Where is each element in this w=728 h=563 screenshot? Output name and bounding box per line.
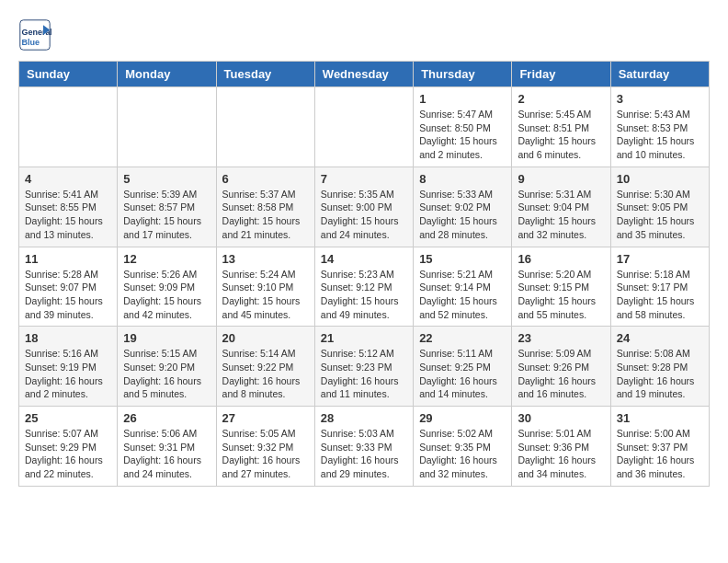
day-number: 21 <box>321 331 407 345</box>
calendar-cell: 31Sunrise: 5:00 AM Sunset: 9:37 PM Dayli… <box>610 407 709 487</box>
weekday-header-saturday: Saturday <box>610 62 709 87</box>
day-number: 31 <box>617 411 703 425</box>
calendar-table: SundayMondayTuesdayWednesdayThursdayFrid… <box>18 61 710 487</box>
day-info: Sunrise: 5:06 AM Sunset: 9:31 PM Dayligh… <box>123 427 210 481</box>
day-number: 29 <box>419 411 506 425</box>
day-number: 14 <box>321 252 407 266</box>
calendar-cell: 20Sunrise: 5:14 AM Sunset: 9:22 PM Dayli… <box>216 327 314 407</box>
day-info: Sunrise: 5:41 AM Sunset: 8:55 PM Dayligh… <box>25 188 111 242</box>
day-info: Sunrise: 5:14 AM Sunset: 9:22 PM Dayligh… <box>222 347 309 401</box>
calendar-cell: 18Sunrise: 5:16 AM Sunset: 9:19 PM Dayli… <box>19 327 118 407</box>
day-number: 1 <box>419 92 506 106</box>
day-number: 6 <box>222 172 309 186</box>
day-info: Sunrise: 5:30 AM Sunset: 9:05 PM Dayligh… <box>617 188 703 242</box>
calendar-cell <box>216 87 314 167</box>
day-number: 13 <box>222 252 309 266</box>
day-info: Sunrise: 5:33 AM Sunset: 9:02 PM Dayligh… <box>419 188 506 242</box>
day-number: 3 <box>617 92 703 106</box>
day-info: Sunrise: 5:20 AM Sunset: 9:15 PM Dayligh… <box>518 268 604 322</box>
day-info: Sunrise: 5:15 AM Sunset: 9:20 PM Dayligh… <box>123 347 210 401</box>
day-number: 10 <box>617 172 703 186</box>
day-number: 25 <box>25 411 111 425</box>
day-number: 11 <box>25 252 111 266</box>
day-number: 24 <box>617 331 703 345</box>
calendar-body: 1Sunrise: 5:47 AM Sunset: 8:50 PM Daylig… <box>19 87 710 487</box>
calendar-cell: 13Sunrise: 5:24 AM Sunset: 9:10 PM Dayli… <box>216 247 314 327</box>
calendar-cell: 10Sunrise: 5:30 AM Sunset: 9:05 PM Dayli… <box>610 167 709 247</box>
logo: General Blue <box>18 18 55 52</box>
calendar-cell: 21Sunrise: 5:12 AM Sunset: 9:23 PM Dayli… <box>314 327 413 407</box>
weekday-header-sunday: Sunday <box>19 62 118 87</box>
weekday-header-tuesday: Tuesday <box>216 62 314 87</box>
day-number: 30 <box>518 411 604 425</box>
day-info: Sunrise: 5:00 AM Sunset: 9:37 PM Dayligh… <box>617 427 703 481</box>
day-number: 18 <box>25 331 111 345</box>
day-number: 15 <box>419 252 506 266</box>
day-info: Sunrise: 5:05 AM Sunset: 9:32 PM Dayligh… <box>222 427 309 481</box>
day-number: 16 <box>518 252 604 266</box>
day-number: 22 <box>419 331 506 345</box>
day-number: 5 <box>123 172 210 186</box>
day-number: 23 <box>518 331 604 345</box>
calendar-cell: 22Sunrise: 5:11 AM Sunset: 9:25 PM Dayli… <box>414 327 512 407</box>
weekday-header-friday: Friday <box>512 62 610 87</box>
day-info: Sunrise: 5:35 AM Sunset: 9:00 PM Dayligh… <box>321 188 407 242</box>
day-info: Sunrise: 5:18 AM Sunset: 9:17 PM Dayligh… <box>617 268 703 322</box>
calendar-cell: 16Sunrise: 5:20 AM Sunset: 9:15 PM Dayli… <box>512 247 610 327</box>
calendar-week-2: 4Sunrise: 5:41 AM Sunset: 8:55 PM Daylig… <box>19 167 710 247</box>
day-info: Sunrise: 5:02 AM Sunset: 9:35 PM Dayligh… <box>419 427 506 481</box>
day-number: 28 <box>321 411 407 425</box>
weekday-header-thursday: Thursday <box>414 62 512 87</box>
calendar-week-3: 11Sunrise: 5:28 AM Sunset: 9:07 PM Dayli… <box>19 247 710 327</box>
calendar-cell: 26Sunrise: 5:06 AM Sunset: 9:31 PM Dayli… <box>118 407 216 487</box>
calendar-cell: 27Sunrise: 5:05 AM Sunset: 9:32 PM Dayli… <box>216 407 314 487</box>
calendar-cell: 12Sunrise: 5:26 AM Sunset: 9:09 PM Dayli… <box>118 247 216 327</box>
day-info: Sunrise: 5:28 AM Sunset: 9:07 PM Dayligh… <box>25 268 111 322</box>
day-info: Sunrise: 5:31 AM Sunset: 9:04 PM Dayligh… <box>518 188 604 242</box>
day-info: Sunrise: 5:43 AM Sunset: 8:53 PM Dayligh… <box>617 108 703 162</box>
day-number: 2 <box>518 92 604 106</box>
day-info: Sunrise: 5:08 AM Sunset: 9:28 PM Dayligh… <box>617 347 703 401</box>
calendar-cell: 3Sunrise: 5:43 AM Sunset: 8:53 PM Daylig… <box>610 87 709 167</box>
day-number: 20 <box>222 331 309 345</box>
calendar-cell: 24Sunrise: 5:08 AM Sunset: 9:28 PM Dayli… <box>610 327 709 407</box>
calendar-cell <box>118 87 216 167</box>
day-number: 17 <box>617 252 703 266</box>
day-info: Sunrise: 5:21 AM Sunset: 9:14 PM Dayligh… <box>419 268 506 322</box>
weekday-header-row: SundayMondayTuesdayWednesdayThursdayFrid… <box>19 62 710 87</box>
calendar-week-1: 1Sunrise: 5:47 AM Sunset: 8:50 PM Daylig… <box>19 87 710 167</box>
day-info: Sunrise: 5:16 AM Sunset: 9:19 PM Dayligh… <box>25 347 111 401</box>
calendar-cell: 7Sunrise: 5:35 AM Sunset: 9:00 PM Daylig… <box>314 167 413 247</box>
day-info: Sunrise: 5:07 AM Sunset: 9:29 PM Dayligh… <box>25 427 111 481</box>
day-info: Sunrise: 5:47 AM Sunset: 8:50 PM Dayligh… <box>419 108 506 162</box>
page-header: General Blue <box>18 18 710 52</box>
calendar-cell: 30Sunrise: 5:01 AM Sunset: 9:36 PM Dayli… <box>512 407 610 487</box>
calendar-cell <box>19 87 118 167</box>
day-info: Sunrise: 5:45 AM Sunset: 8:51 PM Dayligh… <box>518 108 604 162</box>
calendar-cell: 29Sunrise: 5:02 AM Sunset: 9:35 PM Dayli… <box>414 407 512 487</box>
day-number: 19 <box>123 331 210 345</box>
day-info: Sunrise: 5:39 AM Sunset: 8:57 PM Dayligh… <box>123 188 210 242</box>
weekday-header-monday: Monday <box>118 62 216 87</box>
calendar-cell: 25Sunrise: 5:07 AM Sunset: 9:29 PM Dayli… <box>19 407 118 487</box>
calendar-cell: 15Sunrise: 5:21 AM Sunset: 9:14 PM Dayli… <box>414 247 512 327</box>
day-info: Sunrise: 5:11 AM Sunset: 9:25 PM Dayligh… <box>419 347 506 401</box>
day-number: 12 <box>123 252 210 266</box>
calendar-cell: 14Sunrise: 5:23 AM Sunset: 9:12 PM Dayli… <box>314 247 413 327</box>
calendar-cell: 4Sunrise: 5:41 AM Sunset: 8:55 PM Daylig… <box>19 167 118 247</box>
calendar-cell: 8Sunrise: 5:33 AM Sunset: 9:02 PM Daylig… <box>414 167 512 247</box>
calendar-cell: 9Sunrise: 5:31 AM Sunset: 9:04 PM Daylig… <box>512 167 610 247</box>
day-number: 9 <box>518 172 604 186</box>
calendar-cell: 6Sunrise: 5:37 AM Sunset: 8:58 PM Daylig… <box>216 167 314 247</box>
calendar-week-4: 18Sunrise: 5:16 AM Sunset: 9:19 PM Dayli… <box>19 327 710 407</box>
day-info: Sunrise: 5:01 AM Sunset: 9:36 PM Dayligh… <box>518 427 604 481</box>
day-info: Sunrise: 5:03 AM Sunset: 9:33 PM Dayligh… <box>321 427 407 481</box>
calendar-cell <box>314 87 413 167</box>
calendar-cell: 1Sunrise: 5:47 AM Sunset: 8:50 PM Daylig… <box>414 87 512 167</box>
calendar-cell: 2Sunrise: 5:45 AM Sunset: 8:51 PM Daylig… <box>512 87 610 167</box>
calendar-cell: 17Sunrise: 5:18 AM Sunset: 9:17 PM Dayli… <box>610 247 709 327</box>
logo-icon: General Blue <box>18 18 51 52</box>
svg-text:Blue: Blue <box>22 38 40 47</box>
day-number: 7 <box>321 172 407 186</box>
calendar-cell: 28Sunrise: 5:03 AM Sunset: 9:33 PM Dayli… <box>314 407 413 487</box>
